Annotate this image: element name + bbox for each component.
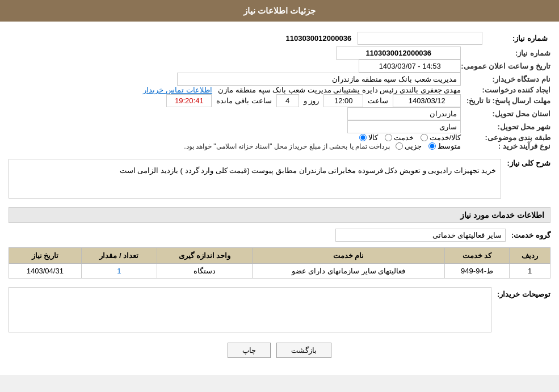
toseef-content (9, 287, 491, 334)
tarikh-value (9, 60, 461, 73)
tarikh-input[interactable] (359, 60, 461, 73)
khadamat-section-title: اطلاعات خدمات مورد نیاز (9, 207, 550, 223)
services-table: ردیف کد خدمت نام خدمت واحد اندازه گیری ت… (9, 247, 550, 279)
tabaqe-kala[interactable]: کالا (359, 133, 378, 142)
tabaqe-label: طبقه بندی موضوعی: (461, 133, 550, 142)
shomareNiaz-row: شماره نیاز: 1103030012000036 (9, 30, 550, 47)
button-row: بازگشت چاپ (9, 343, 550, 366)
cell-kod: ط-94-949 (444, 264, 510, 279)
mohlat-roz-input[interactable] (276, 94, 299, 107)
row-ijad: ایجاد کننده درخواست: مهدی جعفری بالندی ر… (9, 86, 550, 94)
page-header: جزئیات اطلاعات نیاز (0, 0, 559, 22)
namdastgah-value (9, 73, 461, 86)
ijad-label: ایجاد کننده درخواست: (461, 86, 550, 94)
col-tedad: تعداد / مقدار (81, 248, 157, 264)
row-shomare: شماره نیاز: (9, 47, 550, 60)
noe-farayand-label: نوع فرآیند خرید : (461, 142, 550, 150)
shomareNiaz-label: شماره نیاز: (482, 34, 550, 43)
row-namdastgah: نام دستگاه خریدار: (9, 73, 550, 86)
ostan-value (9, 107, 461, 120)
tabaqe-khedmat[interactable]: خدمت (385, 133, 414, 142)
sharh-label: شرح کلی نیاز: (507, 156, 550, 167)
mohlat-value: ساعت روز و ساعت باقی مانده (9, 94, 461, 107)
cell-radif: 1 (510, 264, 550, 279)
row-tabaqe: طبقه بندی موضوعی: کالا/خدمت خدمت کالا (9, 133, 550, 142)
ostan-input[interactable] (347, 107, 461, 120)
ijad-person: مهدی جعفری بالندی رئیس دایره پشتیبانی مد… (218, 86, 461, 94)
shomareNiaz-input[interactable] (358, 32, 482, 45)
row-noe-farayand: نوع فرآیند خرید : متوسط جزیی (9, 142, 550, 150)
shahr-input[interactable] (347, 120, 461, 133)
col-kod: کد خدمت (444, 248, 510, 264)
sharh-text-content: خرید تجهیزات رادیویی و تعویض دکل فرسوده … (120, 166, 497, 175)
ostan-label: استان محل تحویل: (461, 107, 550, 120)
noe-farayand-value: متوسط جزیی پرداخت تمام یا بخشی از مبلغ خ… (9, 142, 461, 150)
toseef-textarea[interactable] (9, 287, 491, 332)
sharh-content: خرید تجهیزات رادیویی و تعویض دکل فرسوده … (9, 156, 501, 201)
sharh-text: خرید تجهیزات رادیویی و تعویض دکل فرسوده … (9, 159, 501, 199)
col-radif: ردیف (510, 248, 550, 264)
mohlat-remaining-input[interactable] (166, 94, 212, 107)
cell-nam: فعالیتهای سایر سازمانهای دارای عضو (253, 264, 444, 279)
farayand-mottavasset[interactable]: متوسط (428, 142, 461, 150)
tabaqe-value: کالا/خدمت خدمت کالا (9, 133, 461, 142)
services-tbody: 1 ط-94-949 فعالیتهای سایر سازمانهای دارا… (9, 264, 550, 279)
shomare-value (9, 47, 461, 60)
shomare-input[interactable] (336, 47, 461, 60)
mohlat-roz-label: روز و (304, 96, 320, 105)
farayand-mottavasset-radio[interactable] (428, 142, 436, 150)
table-row: 1 ط-94-949 فعالیتهای سایر سازمانهای دارا… (9, 264, 550, 279)
ijad-link[interactable]: اطلاعات تماس خریدار (143, 86, 212, 94)
tabaqe-kala-label: کالا (368, 133, 378, 142)
farayand-mottavasset-label: متوسط (438, 142, 461, 150)
col-nam: نام خدمت (253, 248, 444, 264)
tabaqe-kala-khedmat-label: کالا/خدمت (430, 133, 461, 142)
mohlat-date-input[interactable] (393, 94, 461, 107)
toseef-label: توصیحات خریدار: (497, 287, 550, 298)
goroh-input[interactable] (335, 229, 506, 242)
row-tarikh: تاریخ و ساعت اعلان عمومی: (9, 60, 550, 73)
sharh-section: شرح کلی نیاز: خرید تجهیزات رادیویی و تعو… (9, 156, 550, 201)
row-mohlat: مهلت ارسال پاسخ: تا تاریخ: ساعت روز و سا… (9, 94, 550, 107)
farayand-jozi-radio[interactable] (396, 142, 403, 150)
services-header-row: ردیف کد خدمت نام خدمت واحد اندازه گیری ت… (9, 248, 550, 264)
toseef-section: توصیحات خریدار: (9, 287, 550, 334)
farayand-note: پرداخت تمام یا بخشی از مبلغ خریداز محل "… (184, 142, 390, 150)
col-vahed: واحد اندازه گیری (157, 248, 253, 264)
print-button[interactable]: چاپ (228, 343, 271, 358)
shahr-value (9, 120, 461, 133)
ijad-value: مهدی جعفری بالندی رئیس دایره پشتیبانی مد… (9, 86, 461, 94)
page-wrapper: جزئیات اطلاعات نیاز شماره نیاز: 11030300… (0, 0, 559, 375)
mohlat-time-input[interactable] (323, 94, 363, 107)
info-table: شماره نیاز: تاریخ و ساعت اعلان عمومی: نا… (9, 47, 550, 150)
mohlat-time-label: ساعت (368, 96, 388, 105)
cell-tedad: 1 (81, 264, 157, 279)
row-ostan: استان محل تحویل: (9, 107, 550, 120)
back-button[interactable]: بازگشت (276, 343, 331, 358)
content-area: شماره نیاز: 1103030012000036 شماره نیاز:… (0, 22, 559, 375)
cell-tarikh: 1403/04/31 (9, 264, 82, 279)
tabaqe-kala-radio[interactable] (359, 134, 367, 141)
tabaqe-khedmat-label: خدمت (394, 133, 414, 142)
shomare-label: شماره نیاز: (461, 47, 550, 60)
tarikh-label: تاریخ و ساعت اعلان عمومی: (461, 60, 550, 73)
goroh-row: گروه خدمت: (9, 226, 550, 245)
col-tarikh: تاریخ نیاز (9, 248, 82, 264)
goroh-label: گروه خدمت: (511, 231, 550, 239)
shomareNiaz-value: 1103030012000036 (9, 32, 482, 45)
namdastgah-input[interactable] (177, 73, 461, 86)
tabaqe-kala-khedmat[interactable]: کالا/خدمت (421, 133, 461, 142)
row-shahr: شهر محل تحویل: (9, 120, 550, 133)
mohlat-remaining-label: ساعت باقی مانده (216, 96, 271, 105)
tabaqe-khedmat-radio[interactable] (385, 134, 392, 141)
shomareNiaz-text: 1103030012000036 (285, 34, 351, 43)
services-thead: ردیف کد خدمت نام خدمت واحد اندازه گیری ت… (9, 248, 550, 264)
farayand-jozi-label: جزیی (405, 142, 422, 150)
mohlat-label: مهلت ارسال پاسخ: تا تاریخ: (461, 94, 550, 107)
namdastgah-label: نام دستگاه خریدار: (461, 73, 550, 86)
farayand-jozi[interactable]: جزیی (396, 142, 422, 150)
cell-vahed: دستگاه (157, 264, 253, 279)
page-title: جزئیات اطلاعات نیاز (243, 6, 316, 15)
shahr-label: شهر محل تحویل: (461, 120, 550, 133)
tabaqe-kala-khedmat-radio[interactable] (421, 134, 428, 141)
